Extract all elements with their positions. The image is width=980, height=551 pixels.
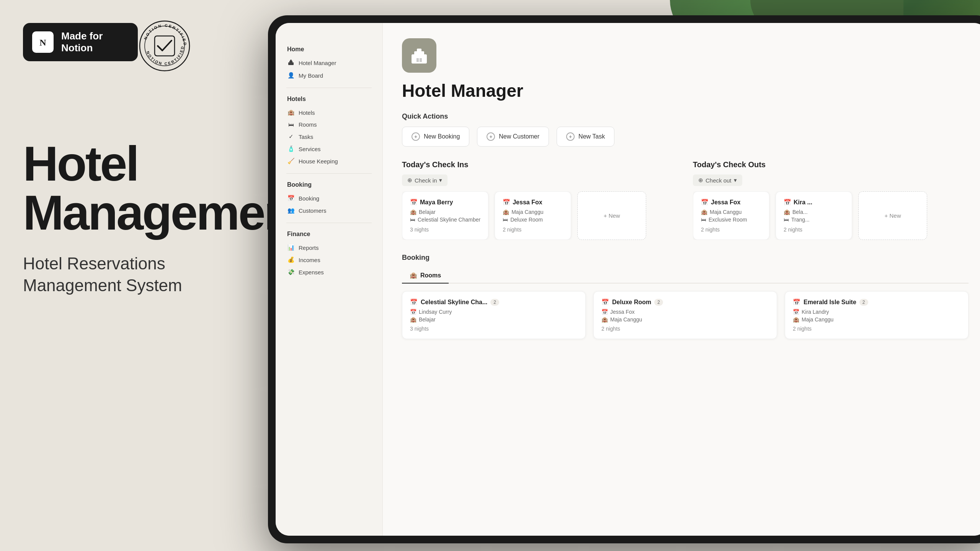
hotel-icon: 🏨 bbox=[410, 316, 416, 323]
sidebar-item-booking[interactable]: 📅 Booking bbox=[283, 192, 375, 204]
room-card-2: 📅 Emerald Isle Suite 2 📅 Kira Landry 🏨 M… bbox=[785, 291, 969, 339]
hotel-row: 🏨 Bela... bbox=[784, 209, 844, 215]
room-name: 📅 Celestial Skyline Cha... 2 bbox=[410, 298, 578, 306]
sidebar-booking-section: Booking bbox=[283, 181, 375, 188]
room-row: 🛏 Trang... bbox=[784, 217, 844, 223]
hotel-icon: 🏨 bbox=[701, 209, 707, 215]
nights: 2 nights bbox=[701, 227, 761, 233]
incomes-icon: 💰 bbox=[287, 256, 295, 263]
sidebar-item-label: Reports bbox=[299, 245, 319, 251]
room-card-1: 📅 Deluxe Room 2 📅 Jessa Fox 🏨 Maja Cangg… bbox=[593, 291, 777, 339]
reports-icon: 📊 bbox=[287, 244, 295, 251]
svg-rect-13 bbox=[416, 58, 419, 62]
guest-row-2: 📅 Kira Landry bbox=[793, 309, 960, 315]
room-name-2: 📅 Emerald Isle Suite 2 bbox=[793, 298, 960, 306]
room-icon-1: 📅 bbox=[601, 298, 609, 306]
plus-icon: + bbox=[412, 132, 420, 141]
hotels-icon: 🏨 bbox=[287, 109, 295, 116]
checkout-card-0: 📅 Jessa Fox 🏨 Maja Canggu 🛏 Exclusive R bbox=[693, 191, 769, 240]
sidebar-item-reports[interactable]: 📊 Reports bbox=[283, 241, 375, 254]
nights: 2 nights bbox=[503, 227, 563, 233]
room-row: 🛏 Exclusive Room bbox=[701, 217, 761, 223]
nights: 2 nights bbox=[784, 227, 844, 233]
sidebar-item-label: House Keeping bbox=[299, 158, 338, 165]
new-task-button[interactable]: + New Task bbox=[557, 127, 614, 147]
svg-rect-7 bbox=[288, 62, 294, 65]
sidebar-item-hotel-manager[interactable]: Hotel Manager bbox=[283, 57, 375, 69]
app-icon bbox=[402, 38, 436, 73]
checkouts-header: Today's Check Outs bbox=[693, 160, 969, 169]
new-booking-button[interactable]: + New Booking bbox=[402, 127, 469, 147]
booking-section: Booking 🏨 Rooms 📅 Celestial Skyline Cha.… bbox=[402, 254, 969, 339]
nights-0: 3 nights bbox=[410, 326, 578, 332]
sidebar-item-expenses[interactable]: 💸 Expenses bbox=[283, 266, 375, 278]
expenses-icon: 💸 bbox=[287, 269, 295, 276]
main-content: Hotel Manager Quick Actions + New Bookin… bbox=[383, 23, 980, 536]
notion-logo: N bbox=[32, 31, 54, 53]
checkout-cards: 📅 Jessa Fox 🏨 Maja Canggu 🛏 Exclusive R bbox=[693, 191, 969, 240]
checkin-new-btn[interactable]: + New bbox=[577, 191, 646, 240]
plus-icon-2: + bbox=[487, 132, 495, 141]
room-icon: 🛏 bbox=[503, 217, 508, 223]
room-icon-2: 📅 bbox=[793, 298, 800, 306]
sidebar-item-my-board[interactable]: 👤 My Board bbox=[283, 69, 375, 82]
room-badge-1: 2 bbox=[654, 299, 663, 306]
sidebar-item-tasks[interactable]: ✓ Tasks bbox=[283, 130, 375, 143]
calendar-icon: 📅 bbox=[701, 199, 709, 206]
left-section: N Made for Notion NOTION CERTIFIED NOTIO… bbox=[0, 0, 260, 551]
services-icon: 🧴 bbox=[287, 145, 295, 152]
checkin-button[interactable]: ⊕ Check in ▾ bbox=[402, 174, 448, 186]
sidebar-item-label: Hotel Manager bbox=[299, 60, 336, 66]
sidebar-item-label: Rooms bbox=[299, 121, 317, 128]
room-name-1: 📅 Deluxe Room 2 bbox=[601, 298, 769, 306]
new-customer-button[interactable]: + New Customer bbox=[477, 127, 549, 147]
calendar-icon: 📅 bbox=[784, 199, 791, 206]
checkinout-row: Today's Check Ins ⊕ Check in ▾ bbox=[402, 160, 969, 240]
sidebar-item-hotels[interactable]: 🏨 Hotels bbox=[283, 106, 375, 119]
hotel-icon: 🏨 bbox=[784, 209, 790, 215]
sidebar-item-label: Tasks bbox=[299, 134, 313, 140]
room-badge-0: 2 bbox=[490, 299, 499, 306]
sidebar-item-rooms[interactable]: 🛏 Rooms bbox=[283, 119, 375, 130]
sidebar-item-customers[interactable]: 👥 Customers bbox=[283, 204, 375, 217]
tab-rooms[interactable]: 🏨 Rooms bbox=[402, 268, 449, 284]
booking-icon: 📅 bbox=[287, 195, 295, 202]
sidebar-item-label: Incomes bbox=[299, 257, 320, 263]
hotel-icon-2: 🏨 bbox=[793, 316, 799, 323]
svg-rect-12 bbox=[417, 49, 421, 52]
checkins-header: Today's Check Ins bbox=[402, 160, 678, 169]
guest-name: 📅 Maya Berry bbox=[410, 199, 480, 206]
checkout-button[interactable]: ⊕ Check out ▾ bbox=[693, 174, 742, 186]
hotel-row-2: 🏨 Maja Canggu bbox=[793, 316, 960, 323]
app-title: Hotel Manager bbox=[402, 80, 969, 101]
calendar-icon-2: 📅 bbox=[793, 309, 799, 315]
checkout-new-btn[interactable]: + New bbox=[858, 191, 927, 240]
hotel-row: 🏨 Belajar bbox=[410, 209, 480, 215]
svg-rect-14 bbox=[420, 58, 422, 62]
plus-circle-icon-2: ⊕ bbox=[698, 177, 703, 184]
booking-tabs: 🏨 Rooms bbox=[402, 268, 969, 284]
checkin-card-0: 📅 Maya Berry 🏨 Belajar 🛏 Celestial Skyl bbox=[402, 191, 488, 240]
guest-row-1: 📅 Jessa Fox bbox=[601, 309, 769, 315]
sidebar-item-services[interactable]: 🧴 Services bbox=[283, 143, 375, 155]
checkins-section: Today's Check Ins ⊕ Check in ▾ bbox=[402, 160, 678, 240]
calendar-icon: 📅 bbox=[410, 309, 416, 315]
guest-row: 📅 Lindsay Curry bbox=[410, 309, 578, 315]
hotel-row: 🏨 Maja Canggu bbox=[701, 209, 761, 215]
calendar-icon-1: 📅 bbox=[601, 309, 608, 315]
room-card-0: 📅 Celestial Skyline Cha... 2 📅 Lindsay C… bbox=[402, 291, 586, 339]
sidebar-item-incomes[interactable]: 💰 Incomes bbox=[283, 254, 375, 266]
plus-icon-3: + bbox=[566, 132, 575, 141]
sidebar-finance-section: Finance bbox=[283, 231, 375, 238]
rooms-icon: 🛏 bbox=[287, 121, 295, 128]
sidebar-item-label: Expenses bbox=[299, 269, 324, 276]
checkin-card-1: 📅 Jessa Fox 🏨 Maja Canggu 🛏 Deluxe Room bbox=[495, 191, 571, 240]
room-icon-0: 📅 bbox=[410, 298, 418, 306]
hotel-row: 🏨 Maja Canggu bbox=[503, 209, 563, 215]
housekeeping-icon: 🧹 bbox=[287, 158, 295, 165]
main-title: Hotel Management bbox=[23, 139, 237, 237]
sidebar: Home Hotel Manager 👤 My Board Hotels 🏨 H… bbox=[276, 23, 383, 536]
hotel-icon: 🏨 bbox=[410, 209, 416, 215]
room-row: 🛏 Celestial Skyline Chamber bbox=[410, 217, 480, 223]
sidebar-item-housekeeping[interactable]: 🧹 House Keeping bbox=[283, 155, 375, 167]
